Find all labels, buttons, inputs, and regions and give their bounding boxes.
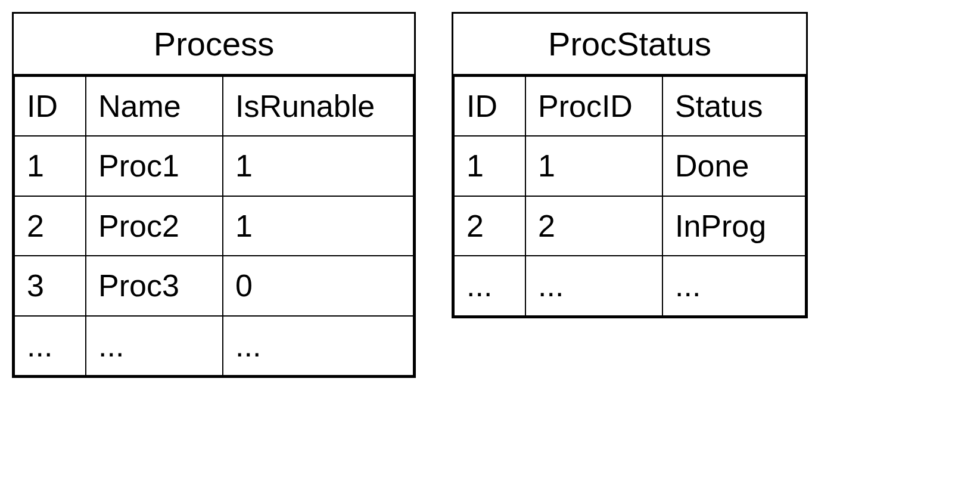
table-cell: 1 bbox=[223, 196, 413, 256]
table-row: ... ... ... bbox=[454, 256, 805, 315]
procstatus-table: ID ProcID Status 1 1 Done 2 2 InProg ...… bbox=[453, 76, 806, 317]
table-row: 2 Proc2 1 bbox=[14, 196, 413, 256]
table-cell: ... bbox=[14, 316, 86, 376]
table-row: 1 1 Done bbox=[454, 136, 805, 196]
table-cell: Proc2 bbox=[86, 196, 223, 256]
table-cell: 2 bbox=[454, 196, 525, 256]
table-row: 2 2 InProg bbox=[454, 196, 805, 256]
table-cell: ... bbox=[454, 256, 525, 315]
column-header: IsRunable bbox=[223, 76, 413, 136]
table-header-row: ID Name IsRunable bbox=[14, 76, 413, 136]
table-cell: 1 bbox=[454, 136, 525, 196]
column-header: Status bbox=[662, 76, 805, 136]
process-table-title: Process bbox=[14, 14, 414, 76]
table-cell: ... bbox=[525, 256, 662, 315]
table-cell: 2 bbox=[525, 196, 662, 256]
column-header: Name bbox=[86, 76, 223, 136]
procstatus-table-container: ProcStatus ID ProcID Status 1 1 Done 2 2… bbox=[452, 12, 808, 318]
table-cell: 0 bbox=[223, 256, 413, 315]
column-header: ID bbox=[454, 76, 525, 136]
table-row: 3 Proc3 0 bbox=[14, 256, 413, 315]
table-cell: Done bbox=[662, 136, 805, 196]
table-header-row: ID ProcID Status bbox=[454, 76, 805, 136]
table-cell: InProg bbox=[662, 196, 805, 256]
table-row: ... ... ... bbox=[14, 316, 413, 376]
column-header: ID bbox=[14, 76, 86, 136]
procstatus-table-title: ProcStatus bbox=[453, 14, 806, 76]
table-cell: Proc3 bbox=[86, 256, 223, 315]
table-cell: 1 bbox=[14, 136, 86, 196]
table-cell: ... bbox=[86, 316, 223, 376]
column-header: ProcID bbox=[525, 76, 662, 136]
process-table: ID Name IsRunable 1 Proc1 1 2 Proc2 1 3 … bbox=[14, 76, 414, 376]
table-cell: ... bbox=[223, 316, 413, 376]
table-cell: 3 bbox=[14, 256, 86, 315]
table-cell: 1 bbox=[223, 136, 413, 196]
table-cell: 1 bbox=[525, 136, 662, 196]
table-cell: ... bbox=[662, 256, 805, 315]
table-row: 1 Proc1 1 bbox=[14, 136, 413, 196]
table-cell: 2 bbox=[14, 196, 86, 256]
table-cell: Proc1 bbox=[86, 136, 223, 196]
process-table-container: Process ID Name IsRunable 1 Proc1 1 2 Pr… bbox=[12, 12, 416, 378]
